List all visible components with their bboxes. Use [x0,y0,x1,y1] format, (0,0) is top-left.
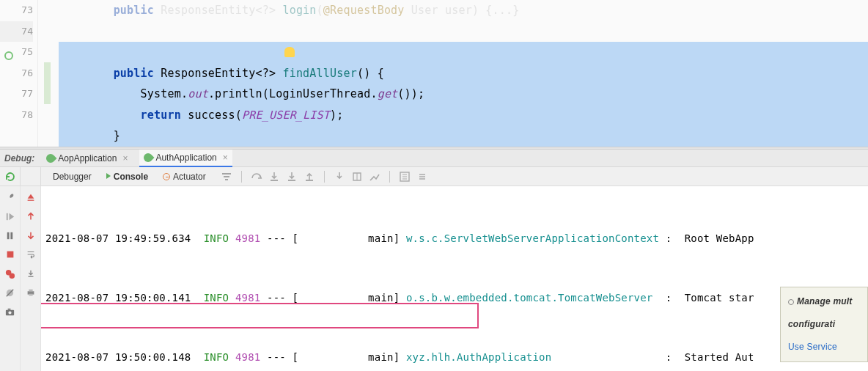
actuator-icon [163,173,170,180]
code-area[interactable]: public ResponseEntity<?> login(@RequestB… [59,0,868,147]
debug-toolbar-row: Debugger Console Actuator [0,167,868,186]
arrow-up-icon[interactable] [24,210,37,223]
console-area: 2021-08-07 19:49:59.634 INFO 4981 --- [ … [0,186,868,371]
tab-debugger[interactable]: Debugger [45,167,99,186]
arrow-down-icon[interactable] [24,229,37,242]
tab-actuator[interactable]: Actuator [155,167,213,186]
wrench-icon[interactable] [4,191,17,204]
code-line[interactable]: @GetMapping [59,42,868,63]
log-line: 2021-08-07 19:50:00.148 INFO 4981 --- [ … [45,348,864,367]
code-line[interactable] [59,21,868,43]
scroll-to-end-icon[interactable] [24,267,37,280]
stop-icon[interactable] [4,248,17,261]
trace-current-icon[interactable] [369,171,380,183]
line-gutter: 73 74 75 76 77 78 [0,0,38,147]
camera-icon[interactable] [4,305,17,318]
step-into-icon[interactable] [268,171,280,183]
tip-body: configurati [788,315,860,334]
tip-title: Manage mult [797,292,853,312]
view-breakpoints-icon[interactable] [4,267,17,280]
code-line[interactable]: public ResponseEntity<?> login(@RequestB… [59,0,868,21]
up-stack-icon[interactable] [24,191,37,204]
step-over-icon[interactable] [251,171,262,183]
svg-rect-14 [27,200,34,201]
svg-rect-5 [7,232,10,238]
console-output[interactable]: 2021-08-07 19:49:59.634 INFO 4981 --- [ … [41,186,868,371]
resume-icon[interactable] [4,210,17,223]
code-line[interactable]: public ResponseEntity<?> findAllUser() { [59,63,868,84]
tab-console[interactable]: Console [99,167,155,186]
code-line[interactable]: System.out.println(LoginUserThread.get()… [59,84,868,105]
tip-link[interactable]: Use Service [788,337,860,357]
info-icon [788,299,794,305]
code-editor[interactable]: 73 74 75 76 77 78 public ResponseEntity<… [0,0,868,147]
line-number: 75 [0,42,33,63]
drop-frame-icon[interactable] [334,171,345,183]
run-to-cursor-icon[interactable] [351,171,363,183]
console-tabs: Debugger Console Actuator [41,167,213,186]
svg-rect-15 [28,276,33,277]
svg-rect-4 [7,213,8,219]
svg-rect-7 [7,251,13,258]
separator [241,171,242,183]
svg-point-12 [8,311,11,314]
notification-balloon[interactable]: Manage mult configurati Use Service [780,287,868,362]
code-line[interactable]: } [59,125,868,147]
svg-rect-0 [271,180,278,181]
print-icon[interactable] [24,286,37,299]
run-config-tab-aop[interactable]: AopApplication × [42,150,132,167]
force-step-into-icon[interactable] [286,171,298,183]
console-toolbar [213,167,428,186]
step-out-icon[interactable] [304,171,315,183]
line-number: 76 [0,63,33,84]
svg-rect-6 [10,232,12,238]
mute-breakpoints-icon[interactable] [4,286,17,299]
line-number: 74 [0,21,33,43]
debug-toolwindow-header: Debug: AopApplication × AuthApplication … [0,150,868,167]
settings-icon[interactable] [416,171,428,183]
soft-wrap-icon[interactable] [24,248,37,261]
separator [389,171,390,183]
svg-rect-18 [29,294,32,296]
log-line: 2021-08-07 19:50:00.141 INFO 4981 --- [ … [45,288,864,308]
spring-boot-icon [45,152,57,164]
console-side-toolbar [21,186,41,371]
rerun-icon[interactable] [4,171,16,183]
close-icon[interactable]: × [223,153,228,163]
svg-rect-1 [288,180,295,181]
svg-rect-17 [29,290,32,292]
spring-boot-icon [142,151,155,164]
pause-icon[interactable] [4,229,17,242]
svg-rect-13 [8,308,11,309]
log-line: 2021-08-07 19:49:59.634 INFO 4981 --- [ … [45,229,864,249]
evaluate-icon[interactable] [399,171,411,183]
line-number: 77 [0,84,33,105]
debug-left-toolbar [0,186,21,371]
play-icon [106,173,111,179]
close-icon[interactable]: × [122,153,128,164]
svg-rect-2 [306,180,313,181]
line-number: 78 [0,105,33,126]
intention-bulb-icon[interactable] [284,47,295,57]
change-indicator-column [38,0,59,147]
code-line[interactable]: return success(PRE_USER_LIST); [59,105,868,126]
separator [324,171,325,183]
svg-point-9 [10,273,15,279]
recursive-call-icon [3,47,13,57]
run-config-tab-auth[interactable]: AuthApplication × [139,150,232,167]
debug-label: Debug: [4,153,34,164]
line-number: 73 [0,0,33,21]
filter-icon[interactable] [221,171,232,183]
